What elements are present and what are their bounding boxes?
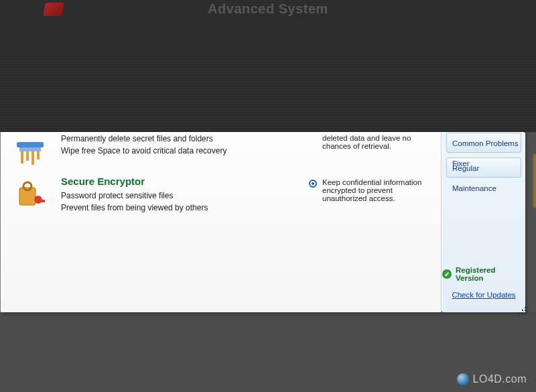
svg-rect-9 xyxy=(37,200,45,202)
feature-encryptor-desc: Keep confidential information encrypted … xyxy=(322,178,436,202)
feature-encryptor[interactable]: Secure Encryptor Password protect sensit… xyxy=(14,176,434,215)
feature-encryptor-title: Secure Encryptor xyxy=(61,176,289,187)
svg-rect-2 xyxy=(21,151,23,164)
app-logo-icon xyxy=(43,3,64,16)
obscured-region: Advanced System xyxy=(0,0,536,132)
feature-shredder-line2: Wipe free Space to avoid critical data r… xyxy=(61,146,289,155)
svg-rect-4 xyxy=(31,151,34,165)
svg-rect-1 xyxy=(19,147,41,151)
feature-encryptor-line1: Password protect sensitive files xyxy=(61,191,289,200)
registered-label: Registered Version xyxy=(456,266,525,282)
info-icon xyxy=(309,180,317,188)
main-panel: Permanently delete secret files and fold… xyxy=(1,133,442,312)
svg-rect-5 xyxy=(37,151,40,159)
sidebar-btn-common-problems-fixer[interactable]: Common Problems Fixer xyxy=(446,133,521,153)
svg-rect-3 xyxy=(26,151,29,161)
encryptor-icon xyxy=(14,177,46,209)
feature-shredder[interactable]: Permanently delete secret files and fold… xyxy=(14,134,434,158)
watermark: LO4D.com xyxy=(457,373,527,385)
globe-icon xyxy=(457,373,469,385)
decorative-glow xyxy=(532,154,536,208)
check-for-updates-link[interactable]: Check for Updates xyxy=(442,291,525,299)
feature-shredder-desc: deleted data and leave no chances of ret… xyxy=(322,134,436,150)
sidebar-btn-regular-maintenance[interactable]: Regular Maintenance xyxy=(446,157,521,178)
resize-grip-icon[interactable] xyxy=(519,307,527,315)
window-title: Advanced System xyxy=(208,1,328,17)
registered-status: ✓ Registered Version xyxy=(442,267,525,281)
check-icon: ✓ xyxy=(442,269,452,279)
watermark-text: LO4D.com xyxy=(473,373,527,385)
sidebar-panel: Common Problems Fixer Regular Maintenanc… xyxy=(442,133,525,312)
svg-rect-0 xyxy=(17,142,44,147)
desktop-lower xyxy=(0,312,536,392)
shredder-icon xyxy=(14,135,46,168)
feature-encryptor-line2: Prevent files from being viewed by other… xyxy=(61,203,289,212)
feature-shredder-line1: Permanently delete secret files and fold… xyxy=(61,134,289,143)
